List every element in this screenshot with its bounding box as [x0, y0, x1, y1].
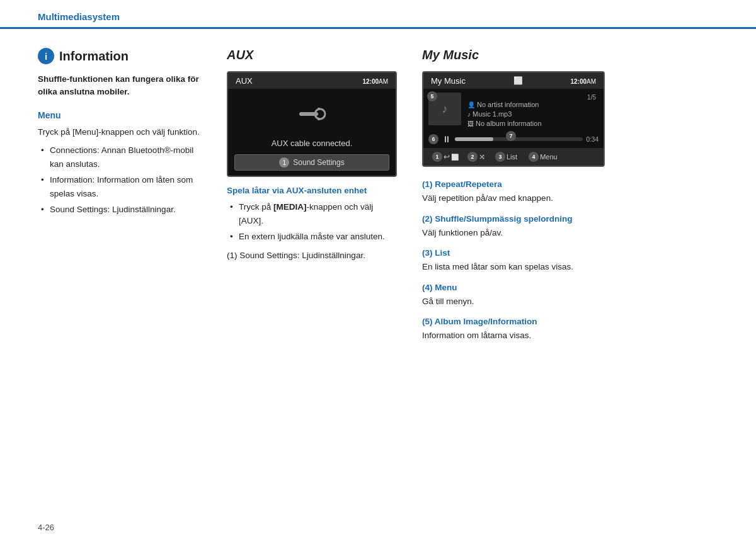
list-item: Sound Settings: Ljudinställningar.: [41, 203, 202, 217]
svg-rect-3: [318, 118, 320, 120]
aux-screen-header: AUX 12:00AM: [228, 72, 396, 89]
info-header-box: i Information: [38, 48, 202, 64]
desc-text-2: Välj funktionen på/av.: [422, 226, 718, 240]
annotation-6: 6: [428, 134, 438, 144]
btn4-num: 4: [529, 152, 539, 162]
mymusic-desc-item-2: (2) Shuffle/Slumpmässig spelordning Välj…: [422, 214, 718, 240]
list-item: Connections: Annan Bluetooth®-mobil kan …: [41, 144, 202, 171]
aux-column: AUX AUX 12:00AM AUX c: [214, 48, 410, 351]
list-label: List: [507, 153, 517, 161]
aux-screen-label: AUX: [236, 76, 253, 86]
btn3-num: 3: [495, 152, 505, 162]
desc-text-3: En lista med låtar som kan spelas visas.: [422, 260, 718, 274]
aux-btn-number: 1: [279, 157, 289, 168]
header-title: Multimediasystem: [38, 11, 120, 22]
album-icon: 🖼: [467, 120, 474, 127]
aux-spela-title: Spela låtar via AUX-ansluten enhet: [227, 186, 397, 195]
svg-text:♪: ♪: [442, 103, 448, 115]
aux-sound-note: (1) Sound Settings: Ljudinställningar.: [227, 249, 397, 263]
desc-title-3: (3) List: [422, 248, 718, 258]
desc-title-4: (4) Menu: [422, 283, 718, 292]
mymusic-column: My Music My Music ⬜ 12:00AM 5: [410, 48, 718, 351]
mymusic-btn-3[interactable]: 3 List: [490, 151, 522, 163]
aux-screen-body: AUX cable connected. 1 Sound Settings: [228, 89, 396, 176]
main-content: i Information Shuffle-funktionen kan fun…: [0, 29, 756, 370]
mymusic-page-num: 1/5: [467, 94, 596, 101]
list-item: Information: Information om låten som sp…: [41, 173, 202, 200]
aux-connected-text: AUX cable connected.: [272, 139, 353, 148]
media-bold: [MEDIA]: [273, 202, 307, 212]
mymusic-track-name: ♪ Music 1.mp3: [467, 110, 596, 118]
mymusic-screen-label: My Music: [431, 76, 466, 86]
btn1-sub-icon: ⬜: [451, 154, 459, 161]
info-bold-text: Shuffle-funktionen kan fungera olika för…: [38, 73, 202, 99]
mymusic-progress-row: 6 ⏸ 7 0:34: [428, 134, 598, 144]
desc-title-5: (5) Album Image/Information: [422, 317, 718, 326]
mymusic-desc-item-3: (3) List En lista med låtar som kan spel…: [422, 248, 718, 274]
progress-time: 0:34: [587, 136, 598, 143]
progress-bar-fill: [455, 137, 493, 141]
aux-screen-time: 12:00AM: [362, 76, 388, 86]
btn2-num: 2: [467, 152, 478, 162]
desc-title-2: (2) Shuffle/Slumpmässig spelordning: [422, 214, 718, 224]
desc-title-1: (1) Repeat/Repetera: [422, 179, 718, 189]
info-column: i Information Shuffle-funktionen kan fun…: [38, 48, 214, 351]
mymusic-track-info: 1/5 👤 No artist information ♪ Music 1.mp…: [465, 93, 598, 130]
aux-screen: AUX 12:00AM AUX cable connected.: [227, 71, 397, 177]
mymusic-screen: My Music ⬜ 12:00AM 5 ♪: [422, 71, 605, 167]
aux-bullet-list: Tryck på [MEDIA]-knappen och välj [AUX].…: [227, 200, 397, 244]
info-icon: i: [38, 48, 54, 64]
page-number: 4-26: [38, 523, 54, 532]
list-item: Tryck på [MEDIA]-knappen och välj [AUX].: [230, 200, 397, 227]
mymusic-screen-header: My Music ⬜ 12:00AM: [423, 72, 604, 89]
annotation-5: 5: [427, 91, 437, 101]
annotation-7: 7: [506, 131, 516, 141]
progress-bar: [455, 137, 583, 141]
mymusic-sync-icon: ⬜: [513, 76, 523, 85]
mymusic-bottom-row: 1 ↩ ⬜ 2 ⤨ 3 List 4 Menu: [423, 148, 604, 166]
shuffle-icon: ⤨: [479, 152, 485, 161]
btn1-num: 1: [432, 152, 442, 162]
mymusic-no-album: 🖼 No album information: [467, 120, 596, 127]
aux-title: AUX: [227, 48, 397, 62]
menu-label: Menu: [38, 110, 202, 120]
mymusic-btn-2[interactable]: 2 ⤨: [464, 151, 489, 163]
artist-icon: 👤: [467, 101, 475, 108]
mymusic-play-btn[interactable]: ⏸: [442, 134, 451, 144]
mymusic-desc-item-4: (4) Menu Gå till menyn.: [422, 283, 718, 309]
mymusic-title: My Music: [422, 48, 718, 62]
desc-text-4: Gå till menyn.: [422, 295, 718, 309]
svg-rect-2: [318, 108, 320, 110]
menu-btn-label: Menu: [540, 153, 558, 161]
info-bullet-list: Connections: Annan Bluetooth®-mobil kan …: [38, 144, 202, 217]
menu-intro-text: Tryck på [Menu]-knappen och välj funktio…: [38, 125, 202, 139]
music-note-icon: ♪: [467, 111, 471, 118]
mymusic-no-artist: 👤 No artist information: [467, 101, 596, 108]
repeat-icon: ↩: [444, 152, 450, 161]
mymusic-btn-4[interactable]: 4 Menu: [524, 151, 563, 163]
mymusic-btn-1[interactable]: 1 ↩ ⬜: [428, 151, 462, 163]
aux-sound-settings-btn[interactable]: 1 Sound Settings: [234, 154, 389, 171]
aux-cable-icon: [296, 101, 328, 132]
desc-text-5: Information om låtarna visas.: [422, 329, 718, 343]
mymusic-screen-time: 12:00AM: [570, 76, 596, 86]
desc-text-1: Välj repetition på/av med knappen.: [422, 191, 718, 205]
mymusic-descriptions: (1) Repeat/Repetera Välj repetition på/a…: [422, 179, 718, 343]
list-item: En extern ljudkälla måste var ansluten.: [230, 230, 397, 244]
aux-sound-settings-label: Sound Settings: [293, 158, 344, 167]
mymusic-screen-body: 5 ♪ 1/5 👤 No artist info: [423, 89, 604, 148]
mymusic-desc-item-5: (5) Album Image/Information Information …: [422, 317, 718, 343]
mymusic-desc-item-1: (1) Repeat/Repetera Välj repetition på/a…: [422, 179, 718, 205]
header: Multimediasystem: [0, 0, 756, 29]
info-heading: Information: [59, 49, 129, 64]
